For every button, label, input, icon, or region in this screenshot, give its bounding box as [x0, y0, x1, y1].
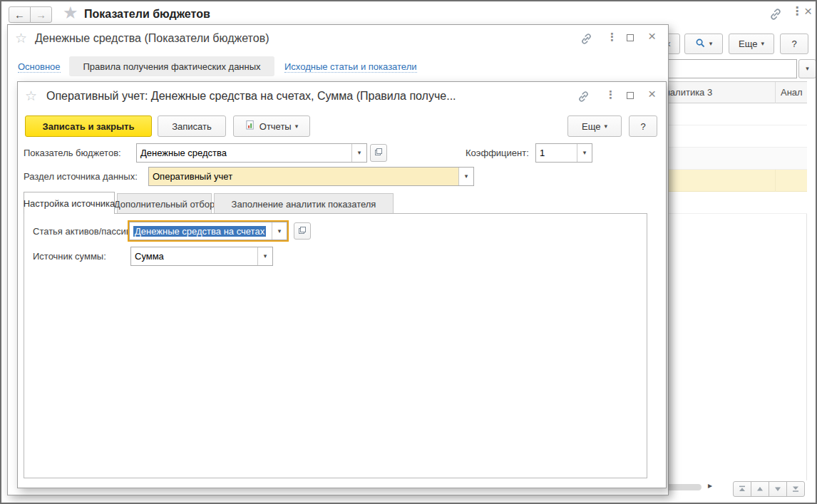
link-icon[interactable] [769, 7, 783, 24]
column-header-analytics4[interactable]: Анал [781, 87, 803, 98]
favorite-star-outline-icon[interactable]: ☆ [15, 30, 27, 46]
bg-filter-dropdown-button[interactable]: ▾ [798, 59, 816, 78]
dropdown-icon: ▾ [264, 253, 267, 259]
table-row[interactable] [650, 192, 807, 214]
sum-source-label: Источник суммы: [33, 251, 106, 262]
indicator-input[interactable]: Денежные средства ▾ [136, 143, 367, 163]
data-section-dropdown-button[interactable]: ▾ [458, 168, 473, 185]
indicator-value: Денежные средства [137, 144, 351, 162]
go-last-button[interactable] [786, 481, 805, 497]
dropdown-icon: ▾ [604, 123, 607, 130]
table-row[interactable] [650, 125, 807, 148]
tab-source-settings-label: Настройка источника [24, 198, 115, 209]
bg-more-label: Еще [739, 38, 757, 49]
save-and-close-label: Записать и закрыть [43, 121, 135, 132]
link-icon[interactable] [577, 90, 590, 106]
article-input[interactable]: Денежные средства на счетах ▾ [129, 222, 287, 240]
page-title: Показатели бюджетов [84, 8, 210, 21]
dropdown-icon: ▾ [583, 150, 587, 156]
bg-table: Аналитика 3 Анал [650, 81, 807, 480]
tab-sources-link[interactable]: Исходные статьи и показатели [284, 61, 417, 73]
favorite-star-outline-icon[interactable]: ☆ [25, 88, 37, 104]
sum-source-value: Сумма [131, 247, 257, 265]
tab-additional-filter[interactable]: Дополнительный отбор [117, 193, 212, 214]
tab-rules-label: Правила получения фактических данных [83, 61, 260, 72]
table-row[interactable] [650, 103, 807, 125]
sum-source-input[interactable]: Сумма ▾ [130, 247, 273, 266]
dialog2-title: Оперативный учет: Денежные средства на с… [46, 90, 456, 103]
data-section-input[interactable]: Оперативный учет ▾ [148, 167, 474, 186]
history-nav-group: ← → [9, 6, 53, 23]
indicator-label: Показатель бюджетов: [24, 148, 121, 158]
window-menu-icon[interactable]: ⋮ [607, 31, 617, 42]
bg-more-button[interactable]: Еще ▾ [729, 34, 774, 54]
maximize-icon[interactable] [627, 34, 634, 41]
go-first-button[interactable] [733, 481, 751, 497]
tab-additional-filter-label: Дополнительный отбор [114, 199, 215, 210]
main-window: ← → ★ Показатели бюджетов ⋮ × × ▾ Еще ▾ … [0, 0, 817, 504]
bg-help-label: ? [791, 38, 796, 49]
maximize-icon[interactable] [627, 92, 634, 99]
save-and-close-button[interactable]: Записать и закрыть [25, 115, 152, 137]
dialog1-title: Денежные средства (Показатели бюджетов) [35, 32, 269, 45]
column-separator [775, 170, 776, 192]
help-label: ? [640, 121, 645, 132]
table-row-selected[interactable] [650, 170, 807, 192]
go-prev-icon [756, 485, 764, 493]
report-icon [245, 120, 256, 133]
coefficient-label: Коэффициент: [466, 148, 529, 158]
reports-label: Отчеты [260, 121, 292, 132]
tab-main-link[interactable]: Основное [18, 61, 61, 73]
tab-source-settings[interactable]: Настройка источника [24, 192, 115, 214]
open-icon [298, 226, 307, 237]
bg-help-button[interactable]: ? [780, 34, 808, 54]
favorite-star-icon[interactable]: ★ [63, 3, 78, 23]
article-label: Статья активов/пассивов: [33, 226, 143, 237]
bg-filter-value [657, 60, 796, 78]
save-button[interactable]: Записать [158, 115, 226, 137]
search-button[interactable]: ▾ [684, 34, 723, 54]
data-section-value: Оперативный учет [149, 168, 458, 185]
more-label: Еще [582, 121, 600, 132]
close-icon[interactable]: × [648, 29, 656, 43]
dropdown-icon: ▾ [278, 228, 282, 235]
link-icon[interactable] [580, 32, 593, 48]
window-close-icon[interactable]: × [804, 4, 812, 18]
dialog-rule-editor: ☆ Оперативный учет: Денежные средства на… [17, 81, 667, 488]
data-section-label: Раздел источника данных: [24, 171, 138, 182]
window-menu-icon[interactable]: ⋮ [791, 6, 803, 17]
go-last-icon [791, 485, 800, 493]
dropdown-icon: ▾ [465, 173, 468, 180]
dropdown-icon: ▾ [358, 150, 361, 156]
tab-fill-analytics-label: Заполнение аналитик показателя [232, 199, 376, 210]
forward-button[interactable]: → [30, 6, 52, 23]
back-button[interactable]: ← [9, 6, 31, 23]
bg-filter-input[interactable] [656, 59, 797, 78]
window-menu-icon[interactable]: ⋮ [605, 89, 616, 100]
dropdown-icon: ▾ [806, 66, 809, 72]
article-open-button[interactable] [294, 222, 311, 240]
open-icon [374, 148, 383, 158]
indicator-open-button[interactable] [370, 144, 387, 162]
help-button[interactable]: ? [629, 115, 657, 137]
sum-source-dropdown-button[interactable]: ▾ [257, 247, 272, 265]
table-row[interactable] [650, 148, 807, 170]
go-first-icon [738, 485, 746, 493]
go-prev-button[interactable] [751, 481, 769, 497]
more-button[interactable]: Еще ▾ [567, 115, 622, 137]
source-settings-panel: Статья активов/пассивов: Денежные средст… [24, 213, 647, 478]
close-icon[interactable]: × [648, 87, 656, 101]
scroll-right-icon[interactable]: ▸ [708, 480, 712, 490]
search-icon [695, 38, 706, 51]
tab-fill-analytics[interactable]: Заполнение аналитик показателя [214, 193, 394, 214]
bg-table-header: Аналитика 3 Анал [650, 81, 807, 103]
coefficient-dropdown-button[interactable]: ▾ [577, 144, 592, 162]
article-dropdown-button[interactable]: ▾ [272, 222, 287, 240]
reports-button[interactable]: Отчеты ▾ [233, 115, 310, 137]
go-next-icon [774, 485, 782, 493]
indicator-dropdown-button[interactable]: ▾ [351, 144, 366, 162]
coefficient-input[interactable]: 1 ▾ [535, 143, 592, 163]
go-next-button[interactable] [769, 481, 787, 497]
coefficient-value: 1 [536, 144, 577, 162]
tab-rules-active[interactable]: Правила получения фактических данных [69, 56, 274, 76]
